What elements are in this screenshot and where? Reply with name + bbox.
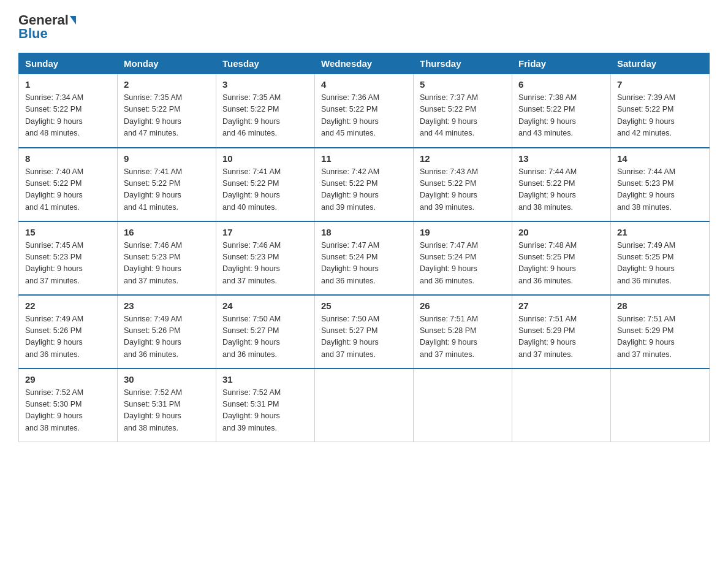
day-cell-10: 10Sunrise: 7:41 AMSunset: 5:22 PMDayligh… [216,148,315,221]
day-cell-29: 29Sunrise: 7:52 AMSunset: 5:30 PMDayligh… [19,369,118,442]
day-info: Sunrise: 7:47 AMSunset: 5:24 PMDaylight:… [420,240,506,288]
day-number: 13 [518,153,604,164]
header-thursday: Thursday [414,53,512,74]
day-cell-13: 13Sunrise: 7:44 AMSunset: 5:22 PMDayligh… [512,148,611,221]
header-row: SundayMondayTuesdayWednesdayThursdayFrid… [19,53,710,74]
header-monday: Monday [118,53,216,74]
day-cell-21: 21Sunrise: 7:49 AMSunset: 5:25 PMDayligh… [611,221,710,295]
header-saturday: Saturday [611,53,710,74]
day-number: 1 [25,79,111,90]
day-number: 14 [617,153,703,164]
day-info: Sunrise: 7:46 AMSunset: 5:23 PMDaylight:… [222,240,308,288]
week-row-1: 1Sunrise: 7:34 AMSunset: 5:22 PMDaylight… [19,74,710,148]
day-number: 5 [420,79,506,90]
day-number: 25 [321,301,407,311]
day-number: 31 [222,374,308,385]
day-number: 8 [25,153,111,164]
day-info: Sunrise: 7:40 AMSunset: 5:22 PMDaylight:… [25,166,111,214]
day-number: 17 [222,227,308,237]
day-info: Sunrise: 7:49 AMSunset: 5:25 PMDaylight:… [617,240,703,288]
day-number: 16 [124,227,210,237]
day-cell-8: 8Sunrise: 7:40 AMSunset: 5:22 PMDaylight… [19,148,118,221]
day-cell-28: 28Sunrise: 7:51 AMSunset: 5:29 PMDayligh… [611,295,710,369]
day-number: 9 [124,153,210,164]
day-info: Sunrise: 7:42 AMSunset: 5:22 PMDaylight:… [321,166,407,214]
day-number: 23 [124,301,210,311]
logo-blue: Blue [18,26,48,42]
day-number: 21 [617,227,703,237]
empty-cell [512,369,611,442]
day-cell-27: 27Sunrise: 7:51 AMSunset: 5:29 PMDayligh… [512,295,611,369]
day-cell-22: 22Sunrise: 7:49 AMSunset: 5:26 PMDayligh… [19,295,118,369]
week-row-4: 22Sunrise: 7:49 AMSunset: 5:26 PMDayligh… [19,295,710,369]
day-info: Sunrise: 7:43 AMSunset: 5:22 PMDaylight:… [420,166,506,214]
page-header: General Blue [18,12,710,42]
empty-cell [414,369,512,442]
week-row-2: 8Sunrise: 7:40 AMSunset: 5:22 PMDaylight… [19,148,710,221]
day-info: Sunrise: 7:36 AMSunset: 5:22 PMDaylight:… [321,92,407,140]
day-cell-17: 17Sunrise: 7:46 AMSunset: 5:23 PMDayligh… [216,221,315,295]
day-info: Sunrise: 7:45 AMSunset: 5:23 PMDaylight:… [25,240,111,288]
day-info: Sunrise: 7:41 AMSunset: 5:22 PMDaylight:… [124,166,210,214]
day-info: Sunrise: 7:44 AMSunset: 5:22 PMDaylight:… [518,166,604,214]
day-cell-19: 19Sunrise: 7:47 AMSunset: 5:24 PMDayligh… [414,221,512,295]
day-info: Sunrise: 7:35 AMSunset: 5:22 PMDaylight:… [124,92,210,140]
day-number: 10 [222,153,308,164]
day-number: 7 [617,79,703,90]
day-cell-5: 5Sunrise: 7:37 AMSunset: 5:22 PMDaylight… [414,74,512,148]
day-info: Sunrise: 7:50 AMSunset: 5:27 PMDaylight:… [222,313,308,361]
day-cell-18: 18Sunrise: 7:47 AMSunset: 5:24 PMDayligh… [315,221,414,295]
day-number: 6 [518,79,604,90]
day-info: Sunrise: 7:52 AMSunset: 5:31 PMDaylight:… [124,387,210,435]
day-number: 26 [420,301,506,311]
day-info: Sunrise: 7:41 AMSunset: 5:22 PMDaylight:… [222,166,308,214]
header-sunday: Sunday [19,53,118,74]
day-number: 18 [321,227,407,237]
day-info: Sunrise: 7:52 AMSunset: 5:31 PMDaylight:… [222,387,308,435]
week-row-5: 29Sunrise: 7:52 AMSunset: 5:30 PMDayligh… [19,369,710,442]
day-info: Sunrise: 7:52 AMSunset: 5:30 PMDaylight:… [25,387,111,435]
day-number: 22 [25,301,111,311]
day-info: Sunrise: 7:35 AMSunset: 5:22 PMDaylight:… [222,92,308,140]
day-cell-2: 2Sunrise: 7:35 AMSunset: 5:22 PMDaylight… [118,74,216,148]
day-number: 24 [222,301,308,311]
header-tuesday: Tuesday [216,53,315,74]
day-info: Sunrise: 7:49 AMSunset: 5:26 PMDaylight:… [25,313,111,361]
day-cell-30: 30Sunrise: 7:52 AMSunset: 5:31 PMDayligh… [118,369,216,442]
logo: General Blue [18,12,77,42]
day-cell-7: 7Sunrise: 7:39 AMSunset: 5:22 PMDaylight… [611,74,710,148]
day-info: Sunrise: 7:51 AMSunset: 5:29 PMDaylight:… [518,313,604,361]
day-number: 3 [222,79,308,90]
day-cell-23: 23Sunrise: 7:49 AMSunset: 5:26 PMDayligh… [118,295,216,369]
day-info: Sunrise: 7:51 AMSunset: 5:29 PMDaylight:… [617,313,703,361]
day-info: Sunrise: 7:37 AMSunset: 5:22 PMDaylight:… [420,92,506,140]
day-number: 30 [124,374,210,385]
day-cell-16: 16Sunrise: 7:46 AMSunset: 5:23 PMDayligh… [118,221,216,295]
empty-cell [315,369,414,442]
day-cell-31: 31Sunrise: 7:52 AMSunset: 5:31 PMDayligh… [216,369,315,442]
day-info: Sunrise: 7:49 AMSunset: 5:26 PMDaylight:… [124,313,210,361]
day-info: Sunrise: 7:48 AMSunset: 5:25 PMDaylight:… [518,240,604,288]
day-number: 19 [420,227,506,237]
day-cell-26: 26Sunrise: 7:51 AMSunset: 5:28 PMDayligh… [414,295,512,369]
day-number: 15 [25,227,111,237]
day-cell-6: 6Sunrise: 7:38 AMSunset: 5:22 PMDaylight… [512,74,611,148]
day-cell-1: 1Sunrise: 7:34 AMSunset: 5:22 PMDaylight… [19,74,118,148]
day-cell-12: 12Sunrise: 7:43 AMSunset: 5:22 PMDayligh… [414,148,512,221]
day-info: Sunrise: 7:47 AMSunset: 5:24 PMDaylight:… [321,240,407,288]
day-cell-9: 9Sunrise: 7:41 AMSunset: 5:22 PMDaylight… [118,148,216,221]
day-info: Sunrise: 7:51 AMSunset: 5:28 PMDaylight:… [420,313,506,361]
day-cell-20: 20Sunrise: 7:48 AMSunset: 5:25 PMDayligh… [512,221,611,295]
day-info: Sunrise: 7:44 AMSunset: 5:23 PMDaylight:… [617,166,703,214]
day-number: 11 [321,153,407,164]
day-number: 2 [124,79,210,90]
logo-arrow-icon [70,16,76,25]
day-number: 28 [617,301,703,311]
day-cell-4: 4Sunrise: 7:36 AMSunset: 5:22 PMDaylight… [315,74,414,148]
day-number: 12 [420,153,506,164]
day-info: Sunrise: 7:39 AMSunset: 5:22 PMDaylight:… [617,92,703,140]
day-number: 29 [25,374,111,385]
empty-cell [611,369,710,442]
header-friday: Friday [512,53,611,74]
day-cell-15: 15Sunrise: 7:45 AMSunset: 5:23 PMDayligh… [19,221,118,295]
